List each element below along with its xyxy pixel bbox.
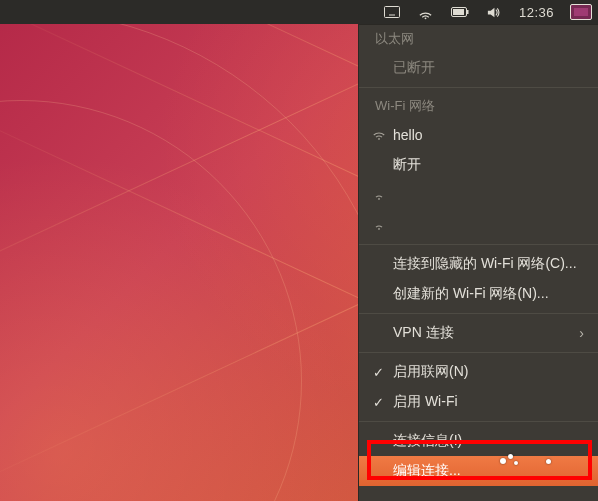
svg-point-20 (378, 228, 380, 230)
menu-item-wifi-disconnect[interactable]: 断开 (359, 150, 598, 180)
wifi-network-label: hello (393, 127, 423, 143)
clock[interactable]: 12:36 (519, 5, 554, 20)
svg-point-18 (378, 138, 380, 140)
menu-header-wifi: Wi-Fi 网络 (359, 92, 598, 120)
menu-header-ethernet: 以太网 (359, 25, 598, 53)
svg-rect-0 (384, 7, 399, 18)
menu-separator (359, 313, 598, 314)
submenu-arrow-icon: › (579, 325, 584, 341)
menu-item-enable-networking[interactable]: 启用联网(N) (359, 357, 598, 387)
svg-rect-16 (467, 10, 469, 14)
top-panel: 12:36 (0, 0, 598, 24)
menu-separator (359, 421, 598, 422)
battery-indicator-icon[interactable] (451, 3, 469, 21)
menu-separator (359, 244, 598, 245)
svg-rect-17 (453, 9, 464, 15)
menu-item-wifi-empty-1 (359, 180, 598, 210)
menu-item-label: VPN 连接 (393, 324, 454, 342)
menu-item-ethernet-disconnected: 已断开 (359, 53, 598, 83)
svg-point-19 (378, 198, 380, 200)
wifi-signal-weak-icon (371, 217, 387, 233)
network-indicator-menu: 以太网 已断开 Wi-Fi 网络 hello 断开 (358, 24, 598, 501)
menu-item-connection-info[interactable]: 连接信息(I) (359, 426, 598, 456)
menu-item-wifi-network[interactable]: hello (359, 120, 598, 150)
menu-separator (359, 87, 598, 88)
menu-item-wifi-empty-2 (359, 210, 598, 240)
menu-item-edit-connections[interactable]: 编辑连接... (359, 456, 598, 486)
menu-item-connect-hidden-wifi[interactable]: 连接到隐藏的 Wi-Fi 网络(C)... (359, 249, 598, 279)
wifi-signal-weak-icon (371, 187, 387, 203)
menu-item-vpn[interactable]: VPN 连接 › (359, 318, 598, 348)
network-indicator-icon[interactable] (417, 3, 435, 21)
menu-item-enable-wifi[interactable]: 启用 Wi-Fi (359, 387, 598, 417)
sound-indicator-icon[interactable] (485, 3, 503, 21)
keyboard-indicator-icon[interactable] (383, 3, 401, 21)
svg-point-14 (425, 17, 427, 19)
menu-separator (359, 352, 598, 353)
wifi-signal-icon (371, 127, 387, 143)
session-indicator-icon[interactable] (570, 4, 592, 20)
menu-item-create-new-wifi[interactable]: 创建新的 Wi-Fi 网络(N)... (359, 279, 598, 309)
